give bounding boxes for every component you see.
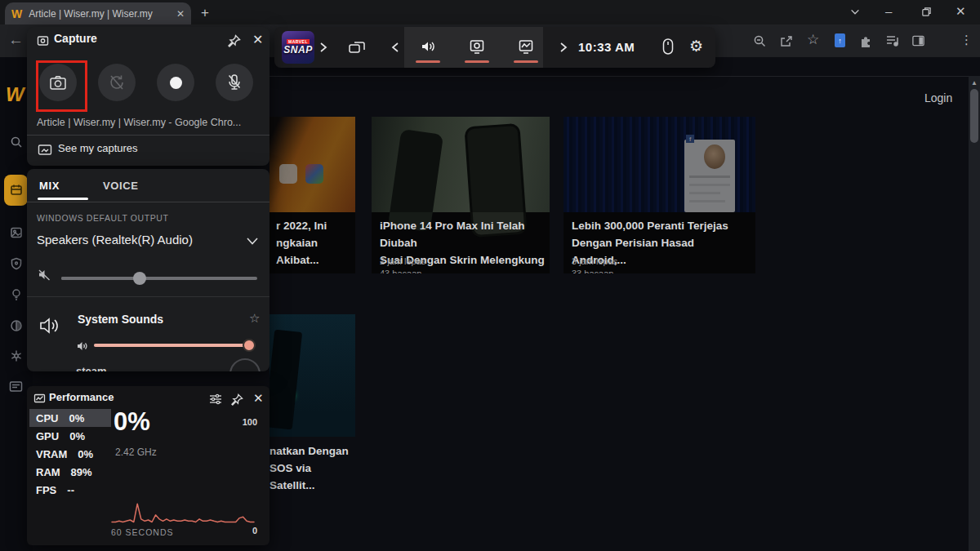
graph-axis-min: 0 [244, 526, 257, 535]
window-minimize-button[interactable]: – [885, 5, 892, 17]
system-sounds-volume-slider[interactable] [94, 339, 256, 352]
audio-widget-active-underline [416, 60, 440, 63]
stat-row-vram[interactable]: VRAM 0% [29, 445, 111, 463]
stat-value: -- [67, 484, 74, 496]
tab-search-chevron-icon[interactable] [849, 7, 861, 18]
favorite-star-icon[interactable]: ☆ [249, 312, 260, 324]
see-my-captures-link[interactable]: See my captures [58, 142, 138, 154]
mute-speaker-icon[interactable] [37, 267, 52, 282]
sidebar-contrast-icon[interactable] [10, 319, 23, 332]
side-panel-icon[interactable] [911, 34, 925, 47]
sidebar-settings-flower-icon[interactable] [10, 349, 23, 362]
system-sounds-label: System Sounds [78, 313, 163, 326]
browser-tab-bar: W Article | Wiser.my | Wiser.my ✕ + – ✕ [0, 0, 980, 24]
card-title-line: Lebih 300,000 Peranti Terjejas [572, 218, 751, 235]
zoom-search-icon[interactable] [753, 34, 767, 48]
browser-tab[interactable]: W Article | Wiser.my | Wiser.my ✕ [5, 2, 191, 24]
chevron-left-icon[interactable] [391, 42, 399, 53]
card-image-iphone-orange [270, 117, 355, 212]
record-last-30s-button-disabled[interactable] [98, 64, 136, 101]
stat-value: 89% [71, 466, 92, 478]
graph-x-label: 60 SECONDS [111, 527, 174, 537]
start-recording-button[interactable] [157, 64, 194, 101]
stat-label: RAM [36, 466, 60, 478]
system-slider-knob[interactable] [243, 339, 256, 352]
capture-window-label: Article | Wiser.my | Wiser.my - Google C… [37, 117, 265, 128]
sidebar-shield-icon[interactable] [10, 257, 23, 270]
performance-widget-button[interactable] [518, 38, 534, 55]
audio-tabs-divider [27, 202, 270, 202]
tutorial-highlight-box [36, 60, 87, 112]
wiser-logo[interactable]: W [6, 83, 24, 106]
scrollbar-up-arrow[interactable]: ▲ [969, 76, 980, 87]
chevron-right-icon[interactable] [559, 42, 568, 53]
see-captures-icon [38, 144, 52, 156]
screen: W Article | Wiser.my | Wiser.my ✕ + – ✕ … [0, 0, 980, 551]
audio-widget-button[interactable] [420, 38, 436, 55]
sidebar-lightbulb-icon[interactable] [10, 288, 23, 301]
article-card[interactable]: natkan Dengan SOS via Satellit... 24 Bac… [270, 314, 355, 490]
mix-slider-knob[interactable] [133, 272, 146, 285]
stat-row-gpu[interactable]: GPU 0% [29, 427, 111, 445]
article-card[interactable]: f Lebih 300,000 Peranti Terjejas Dengan … [564, 117, 755, 273]
tab-mix[interactable]: MIX [39, 180, 60, 192]
extension-bookmark-icon[interactable]: ↑ [835, 33, 845, 47]
stat-row-fps[interactable]: FPS -- [29, 481, 111, 499]
snap-game-label: SNAP [283, 44, 312, 56]
sidebar-gallery-icon[interactable] [10, 226, 23, 239]
clipped-source-steam-label: steam [76, 365, 107, 371]
scrollbar[interactable]: ▲ [969, 76, 980, 551]
card-image-satellite [270, 314, 355, 437]
sidebar-item-news-active[interactable] [4, 175, 28, 206]
card-title-line: ngkaian Akibat... [276, 235, 354, 269]
card-image-android-malware: f [564, 117, 755, 212]
stat-value: 0% [69, 412, 84, 424]
new-tab-button[interactable]: + [201, 6, 209, 20]
performance-panel-icon [33, 393, 46, 404]
chevron-down-icon[interactable] [246, 237, 259, 246]
marvel-snap-game-tile[interactable]: MARVEL SNAP [282, 31, 314, 64]
card-title-line: SOS via Satellit... [270, 460, 355, 490]
sidebar-news-screen-icon[interactable] [9, 380, 23, 393]
bookmark-star-icon[interactable]: ☆ [807, 33, 819, 47]
stat-value: 0% [78, 448, 93, 460]
stat-row-cpu[interactable]: CPU 0% [29, 409, 111, 427]
mix-volume-slider[interactable] [61, 272, 257, 285]
pin-icon[interactable] [231, 393, 243, 406]
article-card[interactable]: r 2022, Ini ngkaian Akibat... [270, 117, 355, 273]
mic-muted-button[interactable] [216, 64, 253, 101]
system-slider-fill [94, 344, 249, 347]
capture-close-icon[interactable]: ✕ [252, 33, 263, 47]
capture-panel-icon [37, 35, 49, 47]
pin-icon[interactable] [228, 34, 241, 47]
capture-widget-button[interactable] [469, 38, 485, 55]
share-icon[interactable] [779, 34, 794, 48]
capture-divider [27, 135, 270, 136]
performance-options-sliders-icon[interactable] [209, 393, 222, 405]
performance-close-icon[interactable]: ✕ [253, 392, 264, 404]
login-link[interactable]: Login [924, 91, 952, 104]
window-restore-button[interactable] [921, 7, 932, 17]
article-card[interactable]: iPhone 14 Pro Max Ini Telah Diubah Suai … [372, 117, 550, 273]
browser-menu-dots-icon[interactable]: ⋮ [960, 33, 973, 46]
audio-panel: MIX VOICE WINDOWS DEFAULT OUTPUT Speaker… [27, 169, 270, 371]
gamebar-settings-gear-icon[interactable]: ⚙ [689, 38, 703, 54]
tab-voice[interactable]: VOICE [103, 180, 138, 192]
chevron-right-icon[interactable] [319, 42, 327, 53]
sidebar-search-icon[interactable] [10, 136, 23, 149]
extensions-puzzle-icon[interactable] [859, 34, 873, 48]
widgets-menu-icon[interactable] [348, 39, 366, 56]
card-image-iphone-green [372, 117, 550, 212]
back-button[interactable]: ← [8, 32, 24, 47]
performance-stats-list: CPU 0% GPU 0% VRAM 0% RAM 89% FPS -- [29, 409, 111, 499]
scrollbar-thumb[interactable] [970, 89, 978, 143]
tab-close-icon[interactable]: ✕ [176, 9, 185, 19]
stat-row-ram[interactable]: RAM 89% [29, 463, 111, 481]
window-close-button[interactable]: ✕ [956, 5, 966, 17]
output-device-select[interactable]: Speakers (Realtek(R) Audio) [37, 233, 193, 247]
clipped-scroll-button[interactable] [229, 358, 261, 371]
performance-panel-title: Performance [49, 391, 114, 403]
card-meta-reads: 43 bacaan [380, 268, 425, 273]
media-playlist-icon[interactable] [885, 34, 900, 47]
mouse-passthrough-icon[interactable] [662, 38, 675, 56]
